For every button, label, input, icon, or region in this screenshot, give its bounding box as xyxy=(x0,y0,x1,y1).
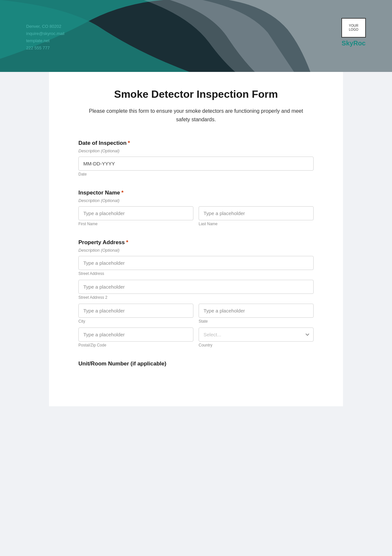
required-star: * xyxy=(128,140,130,146)
form-description: Please complete this form to ensure your… xyxy=(82,107,310,124)
country-select[interactable]: Select... United States Canada United Ki… xyxy=(199,328,314,342)
inspector-name-group: Inspector Name* Description (Optional) F… xyxy=(78,190,314,226)
date-of-inspection-description: Description (Optional) xyxy=(78,148,314,153)
date-of-inspection-group: Date of Inspection* Description (Optiona… xyxy=(78,140,314,177)
unit-room-number-group: Unit/Room Number (if applicable) xyxy=(78,361,314,367)
inspector-last-name-col: Last Name xyxy=(199,206,314,226)
page-header: Denver, CO 80202 inquire@skyroc.mail tem… xyxy=(0,0,392,72)
city-col: City xyxy=(78,304,193,324)
contact-website: template.net xyxy=(26,37,64,44)
street-address-2-input[interactable] xyxy=(78,280,314,294)
inspector-first-name-col: First Name xyxy=(78,206,193,226)
property-address-description: Description (Optional) xyxy=(78,248,314,253)
last-name-sublabel: Last Name xyxy=(199,222,314,226)
street-address-2-col: Street Address 2 xyxy=(78,280,314,300)
property-address-group: Property Address* Description (Optional)… xyxy=(78,239,314,347)
contact-email: inquire@skyroc.mail xyxy=(26,30,64,37)
company-name: SkyRoc xyxy=(342,40,366,47)
city-input[interactable] xyxy=(78,304,193,318)
date-of-inspection-input[interactable] xyxy=(78,157,314,171)
postal-code-sublabel: Postal/Zip Code xyxy=(78,343,193,347)
state-input[interactable] xyxy=(199,304,314,318)
date-sublabel: Date xyxy=(78,172,314,177)
header-contact-info: Denver, CO 80202 inquire@skyroc.mail tem… xyxy=(26,23,64,52)
unit-room-number-label: Unit/Room Number (if applicable) xyxy=(78,361,314,367)
date-of-inspection-label: Date of Inspection* xyxy=(78,140,314,146)
state-col: State xyxy=(199,304,314,324)
street-address-2-sublabel: Street Address 2 xyxy=(78,295,314,300)
inspector-name-description: Description (Optional) xyxy=(78,198,314,203)
inspector-first-name-input[interactable] xyxy=(78,206,193,220)
form-title: Smoke Detector Inspection Form xyxy=(78,88,314,100)
postal-country-row: Postal/Zip Code Select... United States … xyxy=(78,328,314,347)
property-address-label: Property Address* xyxy=(78,239,314,246)
street-address-input[interactable] xyxy=(78,256,314,270)
country-sublabel: Country xyxy=(199,343,314,347)
city-state-row: City State xyxy=(78,304,314,324)
postal-code-input[interactable] xyxy=(78,328,193,342)
form-container: Smoke Detector Inspection Form Please co… xyxy=(49,72,343,406)
street-address-col: Street Address xyxy=(78,256,314,276)
inspector-name-label: Inspector Name* xyxy=(78,190,314,196)
country-col: Select... United States Canada United Ki… xyxy=(199,328,314,347)
logo-box: YOUR LOGO xyxy=(341,18,366,38)
required-star-inspector: * xyxy=(122,190,124,196)
required-star-address: * xyxy=(126,239,128,245)
contact-phone: 222 555 777 xyxy=(26,44,64,52)
state-sublabel: State xyxy=(199,319,314,324)
inspector-last-name-input[interactable] xyxy=(199,206,314,220)
first-name-sublabel: First Name xyxy=(78,222,193,226)
date-of-inspection-col: Date xyxy=(78,157,314,177)
inspector-name-row: First Name Last Name xyxy=(78,206,314,226)
contact-address: Denver, CO 80202 xyxy=(26,23,64,30)
header-logo-area: YOUR LOGO SkyRoc xyxy=(341,18,366,47)
city-sublabel: City xyxy=(78,319,193,324)
postal-col: Postal/Zip Code xyxy=(78,328,193,347)
street-address-sublabel: Street Address xyxy=(78,271,314,276)
